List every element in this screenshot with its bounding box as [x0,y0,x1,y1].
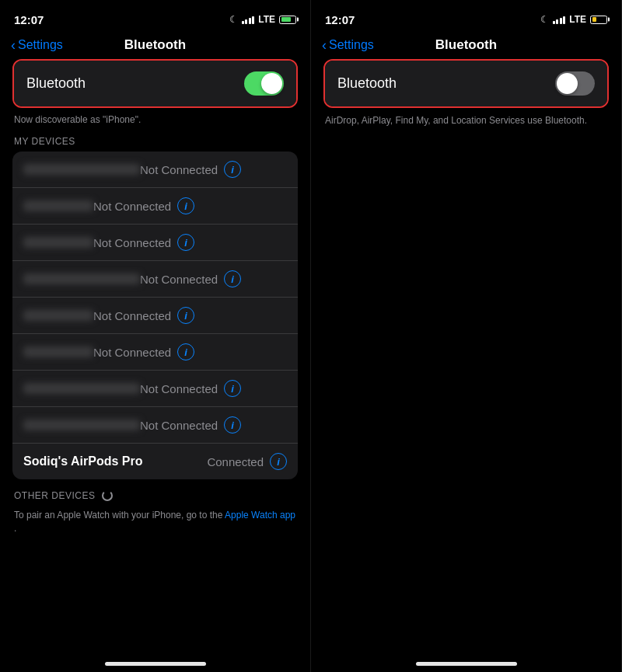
status-icons-left: ☾ LTE [229,14,296,25]
toggle-thumb-left [261,73,282,94]
device-row-7: Not Connected i [12,371,298,407]
back-button-left[interactable]: ‹ Settings [11,37,63,54]
info-icon-7[interactable]: i [224,380,241,397]
bluetooth-label-left: Bluetooth [26,75,86,92]
device-status-6: Not Connected [93,346,171,359]
pairing-text-2: . [14,523,16,534]
signal-bars-left [242,15,255,24]
battery-left [279,16,296,24]
bar3 [249,18,251,24]
info-icon-6[interactable]: i [177,343,194,360]
nav-title-left: Bluetooth [124,37,186,53]
device-name-blur-5 [23,310,93,321]
bluetooth-toggle-left[interactable] [244,71,284,96]
device-status-1: Not Connected [140,163,218,176]
device-row-2: Not Connected i [12,188,298,225]
time-left: 12:07 [14,13,44,26]
info-icon-1[interactable]: i [224,161,241,178]
bar1 [242,21,244,24]
signal-bars-right [553,15,566,24]
bluetooth-toggle-wrapper-right: Bluetooth [323,59,609,108]
moon-icon-right: ☾ [540,14,549,25]
device-status-2: Not Connected [93,200,171,213]
status-bar-right: 12:07 ☾ LTE [311,0,621,34]
subtitle-right: AirDrop, AirPlay, Find My, and Location … [311,111,621,135]
other-devices-header: OTHER DEVICES [0,479,310,506]
devices-list: Not Connected i Not Connected i Not Conn… [12,151,298,479]
device-row-5: Not Connected i [12,298,298,334]
scanning-spinner [102,490,113,501]
device-row-6: Not Connected i [12,334,298,371]
rbar2 [556,19,558,24]
device-row-8: Not Connected i [12,407,298,444]
device-name-blur-2 [23,200,93,211]
device-name-blur-6 [23,346,93,357]
airpods-name: Sodiq's AirPods Pro [23,454,207,468]
nav-title-right: Bluetooth [435,37,497,53]
lte-left: LTE [258,14,275,25]
device-row-4: Not Connected i [12,261,298,298]
airpods-status: Connected [207,455,264,468]
pairing-text: To pair an Apple Watch with your iPhone,… [0,506,310,538]
device-row-airpods: Sodiq's AirPods Pro Connected i [12,444,298,479]
nav-bar-left: ‹ Settings Bluetooth [0,34,310,59]
info-icon-5[interactable]: i [177,307,194,324]
back-label-right: Settings [329,38,374,52]
device-row-1: Not Connected i [12,151,298,188]
bluetooth-toggle-right[interactable] [555,71,595,96]
time-right: 12:07 [325,13,355,26]
device-name-blur-1 [23,164,140,175]
other-devices-label: OTHER DEVICES [14,490,96,501]
device-status-8: Not Connected [140,419,218,432]
rbar1 [553,21,555,24]
info-icon-airpods[interactable]: i [270,453,287,470]
apple-watch-link[interactable]: Apple Watch app [225,510,295,521]
lte-right: LTE [569,14,586,25]
left-panel: 12:07 ☾ LTE ‹ Settings Bluetooth [0,0,311,672]
device-status-4: Not Connected [140,273,218,286]
battery-body-right [590,16,607,24]
device-name-blur-8 [23,420,140,430]
battery-right [590,16,607,24]
status-icons-right: ☾ LTE [540,14,607,25]
back-label-left: Settings [18,38,63,52]
rbar4 [563,16,565,24]
info-icon-4[interactable]: i [224,270,241,287]
info-icon-3[interactable]: i [177,234,194,251]
bar2 [245,19,247,24]
right-panel: 12:07 ☾ LTE ‹ Settings Bluetooth [311,0,622,672]
home-indicator-right [416,662,517,666]
device-status-7: Not Connected [140,382,218,395]
back-button-right[interactable]: ‹ Settings [322,37,374,54]
device-name-blur-3 [23,237,93,248]
device-status-5: Not Connected [93,309,171,322]
home-indicator-left [105,662,206,666]
info-icon-2[interactable]: i [177,197,194,214]
device-name-blur-7 [23,383,140,394]
my-devices-header: MY DEVICES [0,133,310,151]
bluetooth-row-right: Bluetooth [325,61,607,106]
battery-body-left [279,16,296,24]
back-chevron-right: ‹ [322,37,327,54]
status-bar-left: 12:07 ☾ LTE [0,0,310,34]
toggle-thumb-right [557,73,578,94]
bar4 [252,16,254,24]
bluetooth-toggle-wrapper-left: Bluetooth [12,59,298,108]
device-name-blur-4 [23,273,140,284]
device-row-3: Not Connected i [12,225,298,261]
device-status-3: Not Connected [93,236,171,249]
battery-fill-right [592,17,597,22]
info-icon-8[interactable]: i [224,416,241,433]
rbar3 [560,18,562,24]
nav-bar-right: ‹ Settings Bluetooth [311,34,621,59]
bluetooth-row-left: Bluetooth [14,61,296,106]
bluetooth-label-right: Bluetooth [337,75,397,92]
moon-icon-left: ☾ [229,14,238,25]
back-chevron-left: ‹ [11,37,16,54]
pairing-text-1: To pair an Apple Watch with your iPhone,… [14,510,222,521]
battery-fill-left [281,17,292,22]
subtitle-left: Now discoverable as "iPhone". [0,111,310,133]
